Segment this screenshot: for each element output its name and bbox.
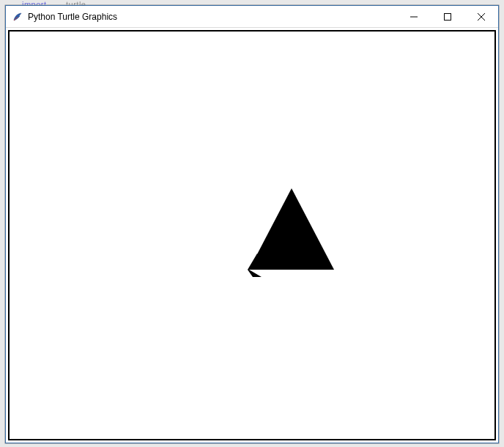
drawn-shapes — [10, 32, 493, 439]
turtle-canvas[interactable] — [8, 30, 496, 440]
titlebar[interactable]: Python Turtle Graphics — [6, 6, 498, 28]
client-area — [6, 28, 498, 443]
feather-icon — [12, 11, 23, 23]
window-controls — [397, 6, 498, 27]
svg-rect-1 — [445, 14, 451, 21]
close-button[interactable] — [464, 6, 498, 28]
minimize-button[interactable] — [397, 6, 431, 28]
maximize-button[interactable] — [431, 6, 464, 28]
filled-triangle — [249, 188, 334, 270]
window-title: Python Turtle Graphics — [28, 12, 397, 22]
application-window: Python Turtle Graphics — [5, 5, 499, 443]
